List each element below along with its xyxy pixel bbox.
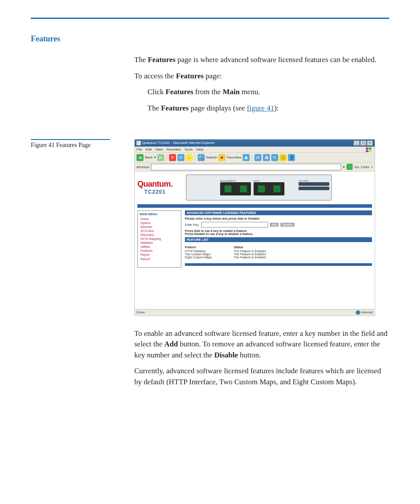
stop-button[interactable]: ✕ [169,154,176,161]
menu-help[interactable]: Help [196,147,203,151]
menu-report[interactable]: Report [140,253,179,257]
feature-status: The Feature is Enabled [234,253,266,256]
step-2: The Features page displays (see figure 4… [134,103,389,114]
text: from the [193,88,223,96]
print-button[interactable]: 🖶 [263,154,270,161]
maximize-button[interactable]: □ [360,140,366,146]
text: ): [274,104,279,112]
intro-paragraph-2: To access the Features page: [134,71,389,82]
messenger-button[interactable]: 👤 [288,154,295,161]
menu-reboot[interactable]: Reboot [140,257,179,261]
feature-name: Two Custom Maps [185,253,212,256]
menu-view[interactable]: View [155,147,163,151]
features-bold: Features [176,72,204,80]
mail-button[interactable]: ✉ [254,154,262,161]
enter-key-label: Enter Key: [185,223,199,226]
menu-discovery[interactable]: Discovery [140,233,179,237]
search-label[interactable]: Search [206,155,217,159]
window-title: Quantum TC2201 - Microsoft Internet Expl… [142,141,214,145]
note-disable: Press Disable to use a key to disable a … [185,232,372,235]
menu-features[interactable]: Features [140,249,179,253]
forward-button[interactable]: ► [157,154,164,161]
folder-button[interactable]: ▢ [280,154,287,161]
enter-key-input[interactable] [201,222,268,228]
text: page: [204,72,222,80]
text: To access the [134,72,176,80]
favorites-icon[interactable]: ★ [218,154,225,161]
menu-home[interactable]: Home [140,217,179,221]
svg-rect-2 [366,150,368,152]
feature-list-title: FEATURE LIST [185,237,372,242]
text: button. [238,351,261,359]
screenshot: Quantum TC2201 - Microsoft Internet Expl… [134,139,375,316]
add-button[interactable]: Add [270,223,279,227]
text: Click [147,88,166,96]
internet-zone-icon [356,310,360,315]
blue-separator [137,204,372,208]
col-status: Status [234,246,266,249]
menu-iscsi-mapping[interactable]: iSCSI Mapping [140,237,179,241]
menu-system[interactable]: System [140,221,179,225]
windows-flag-icon [365,147,373,154]
window-titlebar: Quantum TC2201 - Microsoft Internet Expl… [135,140,375,147]
main-menu-title: MAIN MENU [140,213,179,216]
ie-icon [136,141,141,145]
logo-model: TC2201 [137,189,173,195]
feature-status: The Feature is Enabled [234,250,266,253]
header-rule [31,18,389,19]
add-bold: Add [164,340,178,348]
text: menu. [239,88,260,96]
minimize-button[interactable]: _ [354,140,360,146]
menu-edit[interactable]: Edit [146,147,152,151]
back-button[interactable]: ◄ [136,154,144,161]
close-button[interactable]: × [367,140,373,146]
address-label: Address [136,165,149,169]
favorites-label[interactable]: Favorites [227,155,241,159]
after-paragraph-2: Currently, advanced software licensed fe… [134,366,389,387]
feature-status: The Feature is Enabled [234,256,266,259]
browser-content: Quantum. TC2201 MANAGEMENT iSCSI [135,172,375,309]
refresh-button[interactable]: ↻ [177,154,184,161]
go-button[interactable]: → [346,164,353,170]
features-panel: ADVANCED SOFTWARE LICENSED FEATURES Plea… [185,210,372,268]
address-bar: Address ▾ → Go Links » [135,163,375,172]
status-done: Done [136,310,145,315]
logo-text: Quantum. [137,180,173,189]
svg-rect-0 [366,147,368,150]
figure-link[interactable]: figure 41 [247,104,274,112]
menu-statistics[interactable]: Statistics [140,241,179,245]
disable-bold: Disable [214,351,238,359]
menu-file[interactable]: File [136,147,142,151]
after-paragraph-1: To enable an advanced software licensed … [134,328,389,361]
text: The [134,55,148,64]
menu-scsi-bus[interactable]: SCSI Bus [140,229,179,233]
text: The [147,104,161,112]
edit-button[interactable]: ✎ [271,154,278,161]
menu-utilities[interactable]: Utilities [140,245,179,249]
features-bold: Features [161,104,189,112]
figure-label-rule [31,139,110,140]
home-button[interactable]: ⌂ [186,154,193,161]
main-menu-panel: MAIN MENU Home System Ethernet SCSI Bus … [137,210,181,268]
menu-tools[interactable]: Tools [184,147,193,151]
col-feature: Feature [185,246,212,249]
media-button[interactable]: ◉ [243,154,250,161]
figure-label: Figure 41 Features Page [31,142,91,148]
disable-button[interactable]: Disable [280,223,294,227]
bottom-separator [185,263,372,266]
search-icon[interactable]: 🔍 [198,154,205,161]
menu-favorites[interactable]: Favorites [166,147,181,151]
address-input[interactable] [151,164,341,170]
section-heading: Features [31,34,389,44]
menu-ethernet[interactable]: Ethernet [140,225,179,229]
quantum-logo: Quantum. TC2201 [137,180,173,195]
features-bold: Features [166,88,193,96]
main-bold: Main [223,88,240,96]
text: page displays (see [189,104,247,112]
links-label[interactable]: Links [361,165,369,169]
step-1: Click Features from the Main menu. [134,87,389,98]
back-label[interactable]: Back [145,155,153,159]
feature-name: HTTP Interface [185,250,212,253]
toolbar: ◄ Back ▾ ► ✕ ↻ ⌂ 🔍 Search ★ Favorites ◉ … [135,152,375,163]
status-zone: Internet [361,310,373,314]
